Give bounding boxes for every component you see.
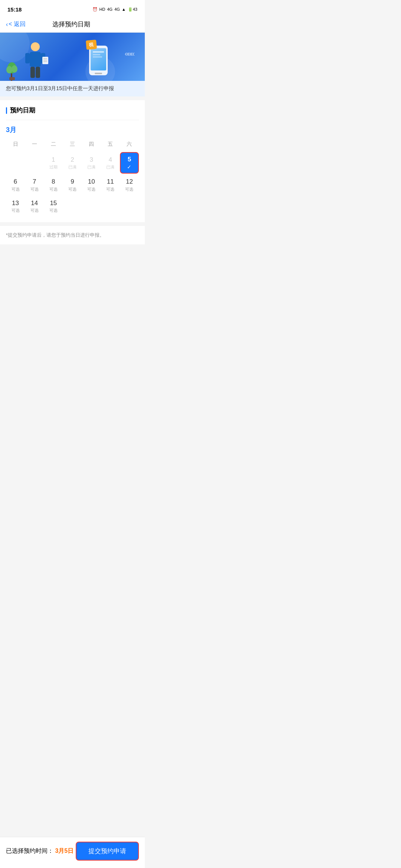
nav-bar: ‹ < 返回 选择预约日期 xyxy=(0,16,145,33)
clock-icon: ⏰ xyxy=(92,7,98,12)
day-number: 6 xyxy=(14,178,17,185)
banner: 税 ««« xyxy=(0,33,145,81)
back-label: < 返回 xyxy=(9,20,26,28)
svg-rect-4 xyxy=(9,77,15,80)
calendar-section: 预约日期 3月 日 一 二 三 四 五 六 1过期2已满3已满4已满5✓6可选7… xyxy=(0,100,145,222)
calendar-day[interactable]: 7可选 xyxy=(25,175,44,195)
day-status: 可选 xyxy=(12,208,20,213)
day-number: 4 xyxy=(109,156,112,164)
section-title-text: 预约日期 xyxy=(10,106,35,115)
day-check-icon: ✓ xyxy=(127,164,131,170)
day-number: 15 xyxy=(50,200,57,207)
day-status: 可选 xyxy=(49,208,58,213)
calendar-day: 5✓ xyxy=(120,152,139,174)
weekday-sun: 日 xyxy=(6,139,25,149)
svg-rect-10 xyxy=(36,67,40,78)
svg-rect-18 xyxy=(95,73,102,74)
svg-rect-6 xyxy=(30,52,41,67)
calendar-day[interactable]: 8可选 xyxy=(44,175,63,195)
calendar-day[interactable]: 15可选 xyxy=(44,197,63,216)
day-number: 12 xyxy=(126,178,133,185)
page-title: 选择预约日期 xyxy=(26,20,117,29)
day-number: 10 xyxy=(88,178,95,185)
day-status: 已满 xyxy=(87,164,95,170)
wifi-icon: ▲ xyxy=(122,7,126,11)
svg-rect-9 xyxy=(30,67,35,78)
svg-rect-7 xyxy=(25,53,30,63)
week-header: 日 一 二 三 四 五 六 xyxy=(6,139,139,149)
svg-point-5 xyxy=(31,42,40,51)
weekday-wed: 三 xyxy=(63,139,82,149)
day-status: 可选 xyxy=(106,187,114,192)
banner-person-icon xyxy=(22,40,48,81)
battery-icon: 🔋43 xyxy=(128,7,137,12)
day-number: 9 xyxy=(71,178,74,185)
day-status: 可选 xyxy=(68,187,76,192)
svg-rect-19 xyxy=(93,51,104,53)
calendar-day xyxy=(101,197,120,216)
svg-point-2 xyxy=(6,66,12,73)
status-time: 15:18 xyxy=(7,6,22,13)
calendar-day xyxy=(63,197,82,216)
calendar-days: 1过期2已满3已满4已满5✓6可选7可选8可选9可选10可选11可选12可选13… xyxy=(6,152,139,216)
status-icons: ⏰ HD 4G 4G ▲ 🔋43 xyxy=(92,7,137,12)
section-title: 预约日期 xyxy=(6,106,139,120)
banner-tax-badge: 税 xyxy=(86,40,97,50)
calendar-grid: 日 一 二 三 四 五 六 1过期2已满3已满4已满5✓6可选7可选8可选9可选… xyxy=(6,139,139,216)
day-number: 8 xyxy=(52,178,55,185)
chevron-left-icon: ‹ xyxy=(6,21,8,28)
calendar-day: 2已满 xyxy=(63,152,82,174)
calendar-day[interactable]: 12可选 xyxy=(120,175,139,195)
day-status: 可选 xyxy=(49,187,58,192)
calendar-day xyxy=(6,152,25,174)
note-section: *提交预约申请后，请您于预约当日进行申报。 xyxy=(0,226,145,244)
weekday-tue: 二 xyxy=(44,139,63,149)
calendar-day: 4已满 xyxy=(101,152,120,174)
day-number: 1 xyxy=(52,156,55,164)
signal-4g-2-icon: 4G xyxy=(114,7,120,11)
day-number: 5 xyxy=(128,156,131,163)
day-number: 14 xyxy=(31,200,38,207)
svg-rect-11 xyxy=(42,57,48,64)
day-number: 7 xyxy=(33,178,36,185)
calendar-day[interactable]: 11可选 xyxy=(101,175,120,195)
banner-background xyxy=(0,33,145,81)
day-status: 可选 xyxy=(12,187,20,192)
calendar-day[interactable]: 6可选 xyxy=(6,175,25,195)
day-status: 过期 xyxy=(49,164,58,170)
hd-icon: HD xyxy=(100,7,105,11)
day-number: 2 xyxy=(71,156,74,164)
signal-4g-1-icon: 4G xyxy=(107,7,113,11)
calendar-day[interactable]: 10可选 xyxy=(82,175,101,195)
day-number: 13 xyxy=(12,200,19,207)
calendar-day xyxy=(120,197,139,216)
weekday-sat: 六 xyxy=(120,139,139,149)
calendar-day[interactable]: 13可选 xyxy=(6,197,25,216)
day-status: 可选 xyxy=(87,187,95,192)
calendar-day xyxy=(25,152,44,174)
day-status: 已满 xyxy=(106,164,114,170)
weekday-mon: 一 xyxy=(25,139,44,149)
calendar-day: 3已满 xyxy=(82,152,101,174)
svg-rect-21 xyxy=(93,56,102,57)
back-button[interactable]: ‹ < 返回 xyxy=(6,20,26,28)
day-number: 3 xyxy=(89,156,93,164)
day-status: 可选 xyxy=(30,187,39,192)
day-status: 已满 xyxy=(68,164,76,170)
info-text: 您可预约3月1日至3月15日中任意一天进行申报 xyxy=(6,85,114,91)
calendar-day xyxy=(82,197,101,216)
banner-plant-icon xyxy=(6,59,19,81)
info-banner: 您可预约3月1日至3月15日中任意一天进行申报 xyxy=(0,81,145,96)
calendar-day: 1过期 xyxy=(44,152,63,174)
svg-rect-20 xyxy=(93,54,100,55)
day-status: 可选 xyxy=(30,208,39,213)
weekday-thu: 四 xyxy=(82,139,101,149)
calendar-day[interactable]: 14可选 xyxy=(25,197,44,216)
month-label: 3月 xyxy=(6,125,139,134)
day-status: 可选 xyxy=(125,187,133,192)
note-text: *提交预约申请后，请您于预约当日进行申报。 xyxy=(6,232,139,239)
svg-point-3 xyxy=(12,65,17,73)
weekday-fri: 五 xyxy=(101,139,120,149)
calendar-day[interactable]: 9可选 xyxy=(63,175,82,195)
banner-arrows-icon: ««« xyxy=(125,49,134,58)
